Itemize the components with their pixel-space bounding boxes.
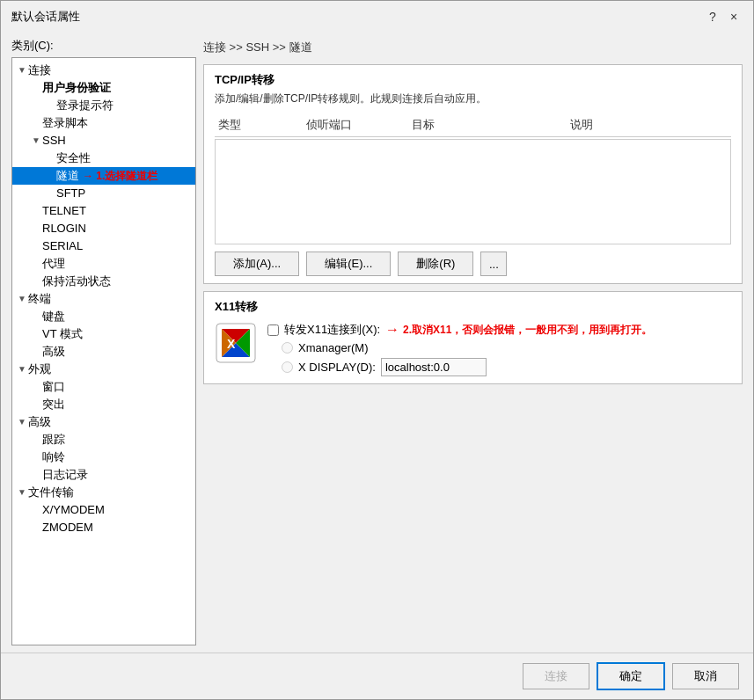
tree-item-xymodem[interactable]: X/YMODEM (12, 501, 195, 519)
tree-item-login-script[interactable]: 登录脚本 (12, 114, 195, 132)
tree-item-label-security: 安全性 (56, 149, 91, 167)
tree-item-label-exit: 突出 (42, 396, 65, 413)
tree-item-label-bell: 响铃 (42, 448, 65, 466)
col-port: 侦听端口 (303, 115, 408, 135)
x11-forward-label[interactable]: 转发X11连接到(X): (284, 322, 380, 338)
tree-item-file-transfer[interactable]: ▼文件传输 (12, 484, 195, 501)
x11-radio-xmanager-label: Xmanager(M) (298, 341, 368, 354)
x11-radio1-row: Xmanager(M) (282, 341, 652, 354)
ok-button[interactable]: 确定 (597, 662, 665, 690)
x11-options: 转发X11连接到(X): → 2.取消X11，否则会报错，一般用不到，用到再打开… (267, 322, 652, 376)
breadcrumb: 连接 >> SSH >> 隧道 (203, 38, 743, 57)
tree-item-label-connection: 连接 (28, 62, 51, 79)
tree-item-trace[interactable]: 跟踪 (12, 431, 195, 448)
tree-item-proxy[interactable]: 代理 (12, 255, 195, 273)
dialog-body: 类别(C): ▼连接用户身份验证登录提示符登录脚本▼SSH安全性隧道→ 1.选择… (1, 31, 753, 653)
delete-button[interactable]: 删除(R) (398, 252, 473, 276)
tree-item-label-serial: SERIAL (42, 237, 83, 255)
tree-item-appearance[interactable]: ▼外观 (12, 361, 195, 378)
x11-display-input[interactable] (381, 358, 487, 376)
tree-item-user-auth[interactable]: 用户身份验证 (12, 79, 195, 97)
tree-item-label-advanced2: 高级 (28, 413, 51, 431)
tree-item-advanced2[interactable]: ▼高级 (12, 413, 195, 431)
tree-item-label-login-script: 登录脚本 (42, 114, 88, 132)
tcp-section-title: TCP/IP转移 (215, 72, 731, 88)
tree-item-tunnel[interactable]: 隧道→ 1.选择隧道栏 (12, 167, 195, 185)
tree-item-serial[interactable]: SERIAL (12, 237, 195, 255)
col-type: 类型 (215, 115, 303, 135)
tree-item-security[interactable]: 安全性 (12, 149, 195, 167)
tree-item-bell[interactable]: 响铃 (12, 448, 195, 466)
help-button[interactable]: ? (704, 8, 721, 26)
more-button[interactable]: ... (480, 252, 507, 276)
tree-item-vt-mode[interactable]: VT 模式 (12, 325, 195, 343)
tree-item-rlogin[interactable]: RLOGIN (12, 220, 195, 237)
tree-item-keepalive[interactable]: 保持活动状态 (12, 273, 195, 290)
x11-section: X11转移 X (203, 291, 743, 384)
col-desc: 说明 (567, 115, 731, 135)
tree-item-sftp[interactable]: SFTP (12, 185, 195, 202)
tree-item-connection[interactable]: ▼连接 (12, 62, 195, 79)
tree-item-label-telnet: TELNET (42, 202, 86, 220)
dialog-title: 默认会话属性 (11, 9, 80, 25)
x11-title: X11转移 (215, 299, 731, 315)
tree-item-label-file-transfer: 文件传输 (28, 484, 74, 501)
title-buttons: ? × (704, 8, 743, 26)
x11-display-row: X DISPLAY(D): (282, 358, 652, 376)
svg-text:X: X (227, 337, 236, 351)
connect-button[interactable]: 连接 (523, 663, 589, 689)
tcp-buttons: 添加(A)... 编辑(E)... 删除(R) ... (215, 252, 731, 276)
left-panel: 类别(C): ▼连接用户身份验证登录提示符登录脚本▼SSH安全性隧道→ 1.选择… (11, 38, 196, 645)
tree-item-label-rlogin: RLOGIN (42, 220, 86, 237)
edit-button[interactable]: 编辑(E)... (306, 252, 391, 276)
x11-radio-display[interactable] (282, 361, 293, 373)
close-button[interactable]: × (725, 8, 743, 26)
tree-item-exit[interactable]: 突出 (12, 396, 195, 413)
tree-item-ssh[interactable]: ▼SSH (12, 132, 195, 149)
tree-item-label-trace: 跟踪 (42, 431, 65, 448)
main-dialog: 默认会话属性 ? × 类别(C): ▼连接用户身份验证登录提示符登录脚本▼SSH… (0, 0, 754, 700)
x11-radio-xmanager[interactable] (282, 342, 293, 354)
col-target: 目标 (408, 115, 567, 135)
tree-item-label-login-prompt: 登录提示符 (56, 97, 113, 114)
tree-item-login-prompt[interactable]: 登录提示符 (12, 97, 195, 114)
x11-forward-checkbox[interactable] (267, 324, 279, 336)
tree-item-label-vt-mode: VT 模式 (42, 325, 83, 343)
tree-item-label-ssh: SSH (42, 132, 66, 149)
cancel-button[interactable]: 取消 (672, 663, 739, 689)
tree-item-keyboard[interactable]: 键盘 (12, 308, 195, 325)
step2-text: 2.取消X11，否则会报错，一般用不到，用到再打开。 (403, 323, 652, 338)
tree-item-label-xymodem: X/YMODEM (42, 501, 105, 519)
step1-annotation: → 1.选择隧道栏 (83, 167, 157, 185)
arrow-icon: → (385, 322, 399, 338)
title-bar: 默认会话属性 ? × (1, 1, 753, 31)
x11-icon: X (215, 322, 257, 364)
tree-item-label-log: 日志记录 (42, 466, 88, 484)
table-header: 类型 侦听端口 目标 说明 (215, 113, 731, 137)
tree-item-label-window: 窗口 (42, 378, 65, 396)
x11-forward-row: 转发X11连接到(X): → 2.取消X11，否则会报错，一般用不到，用到再打开… (267, 322, 652, 338)
tree-item-terminal[interactable]: ▼终端 (12, 290, 195, 308)
x11-content: X 转发X11连接到(X): → 2.取消X11，否则会报错，一般用不到，用到再… (215, 322, 731, 376)
tree-item-label-zmodem: ZMODEM (42, 519, 93, 536)
dialog-footer: 连接 确定 取消 (1, 653, 753, 699)
x11-radio-display-label: X DISPLAY(D): (298, 361, 376, 374)
tree-item-log[interactable]: 日志记录 (12, 466, 195, 484)
tree-item-label-sftp: SFTP (56, 185, 85, 202)
tree-item-label-keyboard: 键盘 (42, 308, 65, 325)
table-body (215, 139, 731, 244)
tree-item-window[interactable]: 窗口 (12, 378, 195, 396)
tree-item-label-appearance: 外观 (28, 361, 51, 378)
category-label: 类别(C): (11, 38, 196, 54)
right-panel: 连接 >> SSH >> 隧道 TCP/IP转移 添加/编辑/删除TCP/IP转… (203, 38, 743, 645)
tree-item-label-keepalive: 保持活动状态 (42, 273, 111, 290)
tree-container[interactable]: ▼连接用户身份验证登录提示符登录脚本▼SSH安全性隧道→ 1.选择隧道栏SFTP… (11, 57, 196, 645)
tree-item-zmodem[interactable]: ZMODEM (12, 519, 195, 536)
add-button[interactable]: 添加(A)... (215, 252, 299, 276)
tree-item-label-user-auth: 用户身份验证 (42, 79, 111, 97)
tree-item-label-tunnel: 隧道 (56, 167, 79, 185)
tree-item-advanced[interactable]: 高级 (12, 343, 195, 361)
tree-item-label-terminal: 终端 (28, 290, 51, 308)
tree-item-telnet[interactable]: TELNET (12, 202, 195, 220)
tree-item-label-advanced: 高级 (42, 343, 65, 361)
